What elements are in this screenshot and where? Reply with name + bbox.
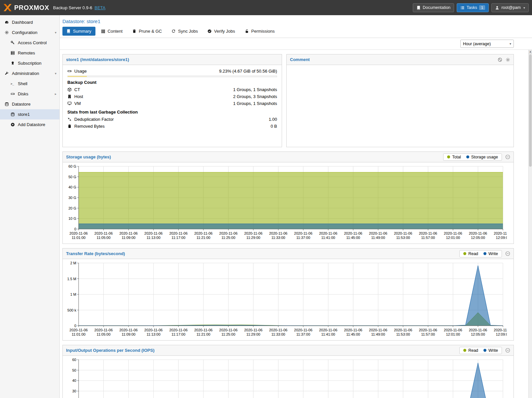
tab-content[interactable]: Content — [97, 27, 127, 36]
sidebar-item-subscription[interactable]: Subscription — [0, 58, 59, 68]
svg-text:11:33:00: 11:33:00 — [271, 236, 285, 240]
collapse-icon[interactable] — [505, 348, 510, 353]
svg-text:30 G: 30 G — [68, 196, 76, 200]
vertical-scrollbar[interactable]: ▲ — [528, 50, 532, 398]
usage-row: Usage 9.23% (4.67 GiB of 50.56 GiB) — [67, 68, 277, 75]
legend-item-write[interactable]: Write — [483, 251, 498, 256]
tab-verify-jobs[interactable]: Verify Jobs — [203, 27, 239, 36]
svg-text:20 G: 20 G — [68, 206, 76, 210]
svg-text:2020-11-06: 2020-11-06 — [94, 231, 113, 235]
logo-text: PROXMOX — [14, 4, 49, 12]
transfer-rate-panel: Transfer Rate (bytes/second) Read Write … — [62, 248, 514, 341]
svg-text:11:01:00: 11:01:00 — [72, 236, 86, 240]
sidebar-item-shell[interactable]: >_ Shell — [0, 79, 59, 89]
svg-text:11:09:00: 11:09:00 — [122, 332, 135, 336]
dedup-row: Deduplication Factor 1.00 — [67, 116, 277, 123]
datastore-summary-panel: store1 (/mnt/datastores/store1) Usage 9.… — [62, 54, 282, 147]
usage-value: 9.23% (4.67 GiB of 50.56 GiB) — [219, 69, 277, 74]
usage-label: Usage — [74, 69, 87, 74]
chart-svg: 01020304050602020-11-0611:01:002020-11-0… — [63, 356, 507, 398]
sidebar-item-dashboard[interactable]: Dashboard — [0, 17, 59, 27]
scroll-up-arrow[interactable]: ▲ — [529, 50, 532, 54]
panel-body: Usage 9.23% (4.67 GiB of 50.56 GiB) Back… — [63, 65, 282, 132]
collapse-icon[interactable] — [505, 251, 510, 256]
svg-text:11:21:00: 11:21:00 — [196, 332, 210, 336]
svg-text:2020-11-06: 2020-11-06 — [144, 328, 162, 332]
gear-icon[interactable] — [506, 57, 510, 62]
monitor-icon — [67, 101, 72, 106]
user-menu-button[interactable]: root@pam ▾ — [491, 3, 529, 12]
svg-text:2020-11-06: 2020-11-06 — [219, 328, 237, 332]
svg-text:11:57:00: 11:57:00 — [421, 236, 435, 240]
sidebar-item-access-control[interactable]: Access Control — [0, 38, 59, 48]
svg-text:11:53:00: 11:53:00 — [396, 332, 410, 336]
beta-link[interactable]: BETA — [94, 5, 105, 10]
sidebar-item-disks[interactable]: Disks ▸ — [0, 89, 59, 99]
clear-icon[interactable] — [498, 57, 502, 62]
svg-text:11:49:00: 11:49:00 — [371, 236, 385, 240]
legend-item-read[interactable]: Read — [463, 348, 478, 353]
panel-header: store1 (/mnt/datastores/store1) — [63, 54, 282, 65]
svg-text:2020-11-06: 2020-11-06 — [319, 231, 337, 235]
unlock-icon — [245, 29, 249, 33]
svg-text:10 G: 10 G — [68, 216, 76, 220]
svg-text:2020-11-06: 2020-11-06 — [194, 231, 212, 235]
tab-sync-jobs[interactable]: Sync Jobs — [167, 27, 202, 36]
legend-item-write[interactable]: Write — [483, 348, 498, 353]
svg-text:2020-11-06: 2020-11-06 — [119, 231, 137, 235]
panel-title: store1 (/mnt/datastores/store1) — [66, 57, 129, 62]
sidebar-item-configuration[interactable]: Configuration ▾ — [0, 27, 59, 38]
comment-body[interactable] — [287, 65, 514, 70]
proxmox-logo: PROXMOX — [3, 4, 49, 12]
hdd-icon — [10, 92, 15, 96]
svg-text:11:13:00: 11:13:00 — [147, 332, 160, 336]
removed-bytes-row: Removed Bytes 0 B — [67, 123, 277, 130]
subscription-icon — [10, 61, 15, 65]
wrench-icon — [4, 71, 9, 76]
sidebar-item-datastore[interactable]: Datastore — [0, 99, 59, 109]
key-icon — [10, 41, 15, 45]
svg-text:40 G: 40 G — [68, 185, 76, 189]
usage-progress-fill — [68, 76, 87, 77]
svg-text:11:57:00: 11:57:00 — [421, 332, 435, 336]
app-title: Backup Server 0.9-6 — [53, 5, 92, 10]
svg-text:2020-11-06: 2020-11-06 — [269, 231, 287, 235]
svg-text:1 M: 1 M — [70, 292, 76, 296]
legend-item-total[interactable]: Total — [447, 155, 461, 159]
database-icon — [4, 102, 9, 106]
sidebar-item-administration[interactable]: Administration ▾ — [0, 68, 59, 79]
sidebar-item-store1[interactable]: store1 — [0, 109, 59, 119]
book-icon — [66, 29, 71, 33]
svg-text:11:53:00: 11:53:00 — [396, 236, 410, 240]
tasks-button[interactable]: Tasks 1 — [457, 3, 489, 12]
storage-usage-chart: 010 G20 G30 G40 G50 G60 G2020-11-0611:01… — [63, 162, 514, 244]
storage-usage-panel: Storage usage (bytes) Total Storage usag… — [62, 151, 514, 244]
svg-text:50: 50 — [72, 368, 76, 372]
toolbar: Hour (average) ▾ — [60, 38, 532, 50]
sidebar-item-remotes[interactable]: Remotes — [0, 48, 59, 58]
legend-item-storage-usage[interactable]: Storage usage — [466, 155, 498, 159]
timeframe-select[interactable]: Hour (average) ▾ — [460, 40, 514, 48]
sidebar-item-add-datastore[interactable]: Add Datastore — [0, 119, 59, 130]
main-area: Datastore: store1 Summary Content Prune … — [60, 15, 532, 398]
svg-text:2020-11-06: 2020-11-06 — [369, 328, 387, 332]
tab-permissions[interactable]: Permissions — [241, 27, 279, 36]
svg-text:2020-11-06: 2020-11-06 — [69, 231, 88, 235]
svg-text:2020-11-06: 2020-11-06 — [119, 328, 137, 332]
svg-text:11:21:00: 11:21:00 — [196, 236, 210, 240]
gears-icon — [4, 30, 9, 35]
legend-item-read[interactable]: Read — [463, 251, 478, 256]
svg-text:11:49:00: 11:49:00 — [371, 332, 385, 336]
tab-summary[interactable]: Summary — [62, 27, 95, 36]
svg-text:12:09:00: 12:09:00 — [496, 332, 507, 336]
collapse-icon[interactable] — [505, 154, 510, 159]
legend-dot — [466, 155, 469, 158]
panel-title: Comment — [290, 57, 310, 62]
tab-prune-gc[interactable]: Prune & GC — [128, 27, 166, 36]
scrollbar-thumb[interactable] — [529, 54, 532, 167]
gc-stats-heading: Stats from last Garbage Collection — [67, 110, 277, 115]
svg-text:11:25:00: 11:25:00 — [222, 236, 235, 240]
grid-icon — [101, 29, 105, 33]
dashboard-icon — [4, 20, 9, 24]
documentation-button[interactable]: Documentation — [413, 3, 454, 12]
